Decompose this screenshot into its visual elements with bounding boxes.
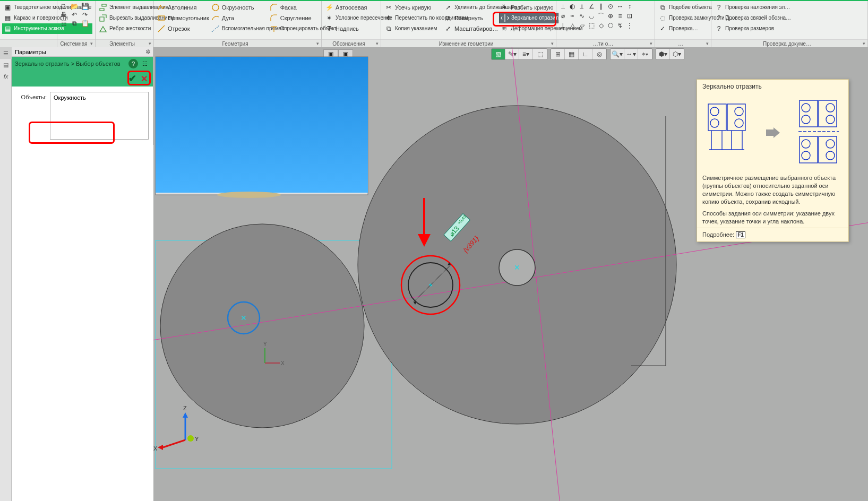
c4[interactable]: ∠ <box>587 2 596 11</box>
dock-params[interactable]: ☰ <box>0 47 12 59</box>
autoline-button[interactable]: Автолиния <box>156 2 210 13</box>
mirror-button[interactable]: Зеркально отразить <box>499 13 558 23</box>
c3[interactable]: ⫫ <box>578 2 586 11</box>
apply-button[interactable]: ✔ <box>126 73 138 84</box>
trim-button[interactable]: ✂Усечь кривую <box>383 2 443 13</box>
objects-list[interactable]: Окружность <box>50 92 149 140</box>
dim-check-button[interactable]: ?Проверка размеров <box>714 23 792 34</box>
breadcrumb: Зеркально отразить > Выбор объектов ? ☷ <box>12 57 153 71</box>
chamfer-icon <box>270 3 278 12</box>
fillet-button[interactable]: Скругление <box>269 13 322 23</box>
rotate-icon: ⟳ <box>444 14 452 22</box>
link-check-button[interactable]: ?Проверка связей обозна… <box>714 13 792 23</box>
panel-gear-icon[interactable]: ✲ <box>145 48 151 56</box>
c13[interactable]: ⌒ <box>597 12 605 20</box>
extend-icon: ↗ <box>444 3 452 12</box>
c6[interactable]: ⊙ <box>606 2 615 11</box>
split-button[interactable]: ✦Разбить кривую <box>499 2 558 13</box>
rect-icon <box>157 14 166 22</box>
breadcrumb-text: Зеркально отразить > Выбор объектов <box>15 61 121 67</box>
copy-point-button[interactable]: ⧉Копия указанием <box>383 23 443 34</box>
tree-icon[interactable]: ☷ <box>140 59 150 68</box>
svg-line-26 <box>163 440 185 447</box>
c22[interactable]: ⬡ <box>606 21 615 30</box>
c16[interactable]: ⊡ <box>625 12 634 20</box>
c14[interactable]: ⊕ <box>606 12 615 20</box>
q-icon: ? <box>715 3 723 12</box>
svg-marker-24 <box>183 412 188 418</box>
group-similarity: ⧉Подобие объекта ◌Проверка замкнутости д… <box>655 1 711 47</box>
objects-label: Объекты: <box>16 92 50 100</box>
overlap-check-button[interactable]: ?Проверка наложения эл… <box>714 2 792 13</box>
segment-button[interactable]: Отрезок <box>156 23 210 34</box>
group-edit-geometry: ✂Усечь кривую ✥Переместить по координата… <box>381 1 556 47</box>
svg-text:X: X <box>153 445 158 452</box>
dock-fx[interactable]: fx <box>0 71 12 82</box>
svg-point-4 <box>217 192 281 198</box>
c10[interactable]: ≈ <box>568 12 577 20</box>
extend-button[interactable]: ↗Удлинить до ближайшего о… <box>443 2 499 13</box>
rotate-button[interactable]: ⟳Повернуть <box>443 13 499 23</box>
c21[interactable]: ◇ <box>597 21 605 30</box>
chamfer-button[interactable]: Фаска <box>269 2 322 13</box>
deform-button[interactable]: ≋Деформация перемещением <box>499 23 558 34</box>
open-button[interactable]: 📂 <box>70 2 79 11</box>
svg-rect-0 <box>158 16 165 20</box>
tooltip-p1: Симметричное размещение выбранного объек… <box>697 172 848 208</box>
c1[interactable]: ⟂ <box>558 2 567 11</box>
tooltip-p2: Способы задания оси симметрии: указание … <box>697 208 848 228</box>
project-button[interactable]: Спроецировать объект <box>269 23 322 34</box>
scale-button[interactable]: ⤢Масштабиров… <box>443 23 499 34</box>
parameters-panel: Параметры ✲ Зеркально отразить > Выбор о… <box>12 47 153 145</box>
arc-button[interactable]: Дуга <box>210 13 269 23</box>
objects-field: Объекты: Окружность <box>16 92 149 140</box>
c20[interactable]: ⬚ <box>587 21 596 30</box>
svg-point-48 <box>826 103 835 112</box>
svg-point-47 <box>802 103 810 112</box>
group-system: 🗋 📂 💾 🖶 ↶ ↷ ☷ ⧉ 📋 Системная▾ <box>57 1 96 47</box>
c24[interactable]: ⋮ <box>625 21 634 30</box>
c12[interactable]: ◡ <box>587 12 596 20</box>
svg-point-55 <box>802 151 810 160</box>
move-icon: ✥ <box>384 14 393 22</box>
svg-rect-3 <box>156 57 368 193</box>
confirm-bar: ✔ ✕ <box>12 71 153 87</box>
paste-button[interactable]: 📋 <box>81 19 89 28</box>
left-dock: ☰ ▤ fx <box>0 47 12 501</box>
q-icon: ? <box>715 24 723 33</box>
dock-tree[interactable]: ▤ <box>0 59 12 71</box>
print-button[interactable]: 🖶 <box>59 11 68 19</box>
aux-line-button[interactable]: Вспомогательная прямая <box>210 23 269 34</box>
save-button[interactable]: 💾 <box>81 2 89 11</box>
svg-point-36 <box>735 107 743 116</box>
svg-point-1 <box>212 4 219 11</box>
move-button[interactable]: ✥Переместить по координатам <box>383 13 443 23</box>
canvas[interactable]: ▣ ▣ ▧ ✎▾ ≡▾ ⬚ ⊞ ▦ ∟ ◎ 🔍▾ ↔▾ ⌖▾ ⬢▾ ⬡▾ <box>153 47 868 501</box>
deform-icon: ≋ <box>500 24 509 33</box>
svg-marker-44 <box>766 127 780 138</box>
svg-point-49 <box>802 115 810 124</box>
check-icon: ✓ <box>658 24 667 33</box>
copy-button[interactable]: ⧉ <box>70 19 79 28</box>
props-button[interactable]: ☷ <box>59 19 68 28</box>
copy-point-icon: ⧉ <box>384 24 393 33</box>
closed-icon: ◌ <box>658 14 667 22</box>
undo-button[interactable]: ↶ <box>70 11 79 19</box>
circle-button[interactable]: Окружность <box>210 2 269 13</box>
c5[interactable]: ∥ <box>597 2 605 11</box>
c15[interactable]: ≡ <box>616 12 624 20</box>
new-doc-button[interactable]: 🗋 <box>59 2 68 11</box>
c8[interactable]: ↕ <box>625 2 634 11</box>
redo-button[interactable]: ↷ <box>81 11 89 19</box>
text-icon: T <box>325 24 333 33</box>
c23[interactable]: ↯ <box>616 21 624 30</box>
pencil-icon: ▤ <box>3 24 12 33</box>
c11[interactable]: ∿ <box>578 12 586 20</box>
similar-icon: ⧉ <box>658 3 667 12</box>
fillet-icon <box>270 14 278 22</box>
rect-button[interactable]: Прямоугольник <box>156 13 210 23</box>
c7[interactable]: ↔ <box>616 2 624 11</box>
cancel-button[interactable]: ✕ <box>138 73 150 84</box>
c2[interactable]: ◐ <box>568 2 577 11</box>
help-icon[interactable]: ? <box>128 59 138 68</box>
